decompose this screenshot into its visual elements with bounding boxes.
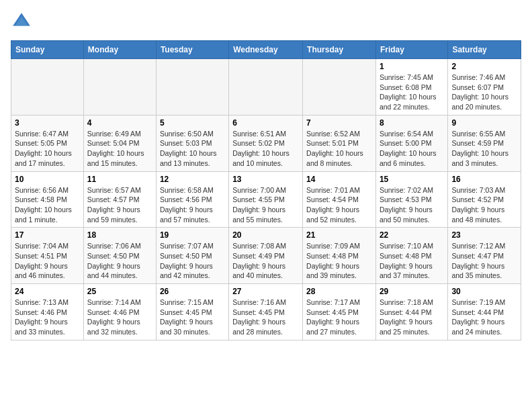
calendar-day-cell: 15Sunrise: 7:02 AM Sunset: 4:53 PM Dayli…: [375, 171, 447, 228]
day-number: 21: [306, 230, 372, 240]
calendar-day-cell: 25Sunrise: 7:14 AM Sunset: 4:46 PM Dayli…: [83, 284, 156, 340]
day-info: Sunrise: 7:03 AM Sunset: 4:52 PM Dayligh…: [451, 185, 517, 225]
calendar-day-cell: 22Sunrise: 7:10 AM Sunset: 4:48 PM Dayli…: [375, 228, 447, 284]
calendar-day-cell: 11Sunrise: 6:57 AM Sunset: 4:57 PM Dayli…: [83, 171, 156, 228]
day-info: Sunrise: 7:02 AM Sunset: 4:53 PM Dayligh…: [380, 185, 444, 225]
calendar-week-row: 1Sunrise: 7:45 AM Sunset: 6:08 PM Daylig…: [11, 59, 521, 116]
calendar-day-cell: 23Sunrise: 7:12 AM Sunset: 4:47 PM Dayli…: [448, 228, 521, 284]
day-number: 15: [380, 175, 444, 184]
day-number: 18: [87, 230, 152, 240]
weekday-header: Wednesday: [229, 41, 303, 59]
day-info: Sunrise: 6:50 AM Sunset: 5:03 PM Dayligh…: [160, 129, 225, 169]
day-info: Sunrise: 7:17 AM Sunset: 4:45 PM Dayligh…: [306, 298, 372, 337]
calendar-day-cell: 4Sunrise: 6:49 AM Sunset: 5:04 PM Daylig…: [83, 115, 156, 171]
day-info: Sunrise: 7:04 AM Sunset: 4:51 PM Dayligh…: [15, 241, 80, 281]
calendar-day-cell: 17Sunrise: 7:04 AM Sunset: 4:51 PM Dayli…: [11, 228, 84, 284]
day-number: 14: [306, 175, 372, 184]
calendar-day-cell: 7Sunrise: 6:52 AM Sunset: 5:01 PM Daylig…: [303, 115, 376, 171]
day-number: 13: [232, 175, 299, 184]
calendar-day-cell: 12Sunrise: 6:58 AM Sunset: 4:56 PM Dayli…: [156, 171, 228, 228]
day-number: 3: [15, 118, 80, 128]
day-info: Sunrise: 6:58 AM Sunset: 4:56 PM Dayligh…: [160, 185, 225, 225]
day-info: Sunrise: 7:01 AM Sunset: 4:54 PM Dayligh…: [306, 185, 372, 225]
calendar-day-cell: [229, 59, 303, 116]
day-info: Sunrise: 7:09 AM Sunset: 4:48 PM Dayligh…: [306, 241, 372, 281]
day-info: Sunrise: 6:57 AM Sunset: 4:57 PM Dayligh…: [87, 185, 152, 225]
calendar-day-cell: 16Sunrise: 7:03 AM Sunset: 4:52 PM Dayli…: [448, 171, 521, 228]
calendar-day-cell: 29Sunrise: 7:18 AM Sunset: 4:44 PM Dayli…: [375, 284, 447, 340]
calendar-day-cell: 5Sunrise: 6:50 AM Sunset: 5:03 PM Daylig…: [156, 115, 228, 171]
calendar-day-cell: 8Sunrise: 6:54 AM Sunset: 5:00 PM Daylig…: [375, 115, 447, 171]
day-number: 25: [87, 287, 152, 296]
day-info: Sunrise: 6:56 AM Sunset: 4:58 PM Dayligh…: [15, 185, 80, 225]
day-number: 27: [232, 287, 299, 296]
day-number: 1: [380, 62, 444, 71]
calendar-week-row: 3Sunrise: 6:47 AM Sunset: 5:05 PM Daylig…: [11, 115, 521, 171]
day-number: 20: [232, 230, 299, 240]
day-number: 26: [160, 287, 225, 296]
calendar-day-cell: 19Sunrise: 7:07 AM Sunset: 4:50 PM Dayli…: [156, 228, 228, 284]
weekday-header: Tuesday: [156, 41, 228, 59]
day-info: Sunrise: 7:45 AM Sunset: 6:08 PM Dayligh…: [380, 73, 444, 112]
day-info: Sunrise: 7:08 AM Sunset: 4:49 PM Dayligh…: [232, 241, 299, 281]
day-info: Sunrise: 7:46 AM Sunset: 6:07 PM Dayligh…: [451, 73, 517, 112]
weekday-header: Friday: [375, 41, 447, 59]
day-number: 9: [451, 118, 517, 128]
calendar-day-cell: 28Sunrise: 7:17 AM Sunset: 4:45 PM Dayli…: [303, 284, 376, 340]
calendar-day-cell: 9Sunrise: 6:55 AM Sunset: 4:59 PM Daylig…: [448, 115, 521, 171]
calendar-day-cell: 26Sunrise: 7:15 AM Sunset: 4:45 PM Dayli…: [156, 284, 228, 340]
day-number: 11: [87, 175, 152, 184]
calendar-day-cell: 21Sunrise: 7:09 AM Sunset: 4:48 PM Dayli…: [303, 228, 376, 284]
calendar-week-row: 10Sunrise: 6:56 AM Sunset: 4:58 PM Dayli…: [11, 171, 521, 228]
day-number: 5: [160, 118, 225, 128]
calendar-week-row: 17Sunrise: 7:04 AM Sunset: 4:51 PM Dayli…: [11, 228, 521, 284]
day-number: 10: [15, 175, 80, 184]
day-number: 19: [160, 230, 225, 240]
day-number: 8: [380, 118, 444, 128]
day-info: Sunrise: 6:51 AM Sunset: 5:02 PM Dayligh…: [232, 129, 299, 169]
day-number: 17: [15, 230, 80, 240]
calendar-day-cell: 1Sunrise: 7:45 AM Sunset: 6:08 PM Daylig…: [375, 59, 447, 116]
calendar: SundayMondayTuesdayWednesdayThursdayFrid…: [11, 40, 521, 340]
day-info: Sunrise: 7:00 AM Sunset: 4:55 PM Dayligh…: [232, 185, 299, 225]
day-info: Sunrise: 6:55 AM Sunset: 4:59 PM Dayligh…: [451, 129, 517, 169]
day-number: 2: [451, 62, 517, 71]
calendar-day-cell: [11, 59, 84, 116]
calendar-day-cell: 13Sunrise: 7:00 AM Sunset: 4:55 PM Dayli…: [229, 171, 303, 228]
day-info: Sunrise: 6:49 AM Sunset: 5:04 PM Dayligh…: [87, 129, 152, 169]
calendar-day-cell: 14Sunrise: 7:01 AM Sunset: 4:54 PM Dayli…: [303, 171, 376, 228]
day-number: 16: [451, 175, 517, 184]
calendar-day-cell: 18Sunrise: 7:06 AM Sunset: 4:50 PM Dayli…: [83, 228, 156, 284]
day-number: 30: [451, 287, 517, 296]
calendar-day-cell: 2Sunrise: 7:46 AM Sunset: 6:07 PM Daylig…: [448, 59, 521, 116]
weekday-header: Thursday: [303, 41, 376, 59]
day-info: Sunrise: 7:16 AM Sunset: 4:45 PM Dayligh…: [232, 298, 299, 337]
calendar-header-row: SundayMondayTuesdayWednesdayThursdayFrid…: [11, 41, 521, 59]
calendar-day-cell: 24Sunrise: 7:13 AM Sunset: 4:46 PM Dayli…: [11, 284, 84, 340]
day-info: Sunrise: 7:07 AM Sunset: 4:50 PM Dayligh…: [160, 241, 225, 281]
header: [11, 11, 521, 32]
day-number: 23: [451, 230, 517, 240]
day-number: 4: [87, 118, 152, 128]
day-info: Sunrise: 7:06 AM Sunset: 4:50 PM Dayligh…: [87, 241, 152, 281]
day-info: Sunrise: 6:47 AM Sunset: 5:05 PM Dayligh…: [15, 129, 80, 169]
day-info: Sunrise: 7:12 AM Sunset: 4:47 PM Dayligh…: [451, 241, 517, 281]
day-number: 29: [380, 287, 444, 296]
day-info: Sunrise: 7:14 AM Sunset: 4:46 PM Dayligh…: [87, 298, 152, 337]
calendar-day-cell: 27Sunrise: 7:16 AM Sunset: 4:45 PM Dayli…: [229, 284, 303, 340]
day-info: Sunrise: 7:15 AM Sunset: 4:45 PM Dayligh…: [160, 298, 225, 337]
day-info: Sunrise: 7:13 AM Sunset: 4:46 PM Dayligh…: [15, 298, 80, 337]
calendar-day-cell: 20Sunrise: 7:08 AM Sunset: 4:49 PM Dayli…: [229, 228, 303, 284]
calendar-day-cell: [303, 59, 376, 116]
calendar-day-cell: 30Sunrise: 7:19 AM Sunset: 4:44 PM Dayli…: [448, 284, 521, 340]
day-number: 24: [15, 287, 80, 296]
day-number: 12: [160, 175, 225, 184]
calendar-day-cell: 3Sunrise: 6:47 AM Sunset: 5:05 PM Daylig…: [11, 115, 84, 171]
weekday-header: Sunday: [11, 41, 84, 59]
logo: [11, 11, 35, 32]
logo-icon: [11, 11, 32, 32]
day-info: Sunrise: 7:10 AM Sunset: 4:48 PM Dayligh…: [380, 241, 444, 281]
day-number: 7: [306, 118, 372, 128]
calendar-day-cell: 10Sunrise: 6:56 AM Sunset: 4:58 PM Dayli…: [11, 171, 84, 228]
day-number: 28: [306, 287, 372, 296]
